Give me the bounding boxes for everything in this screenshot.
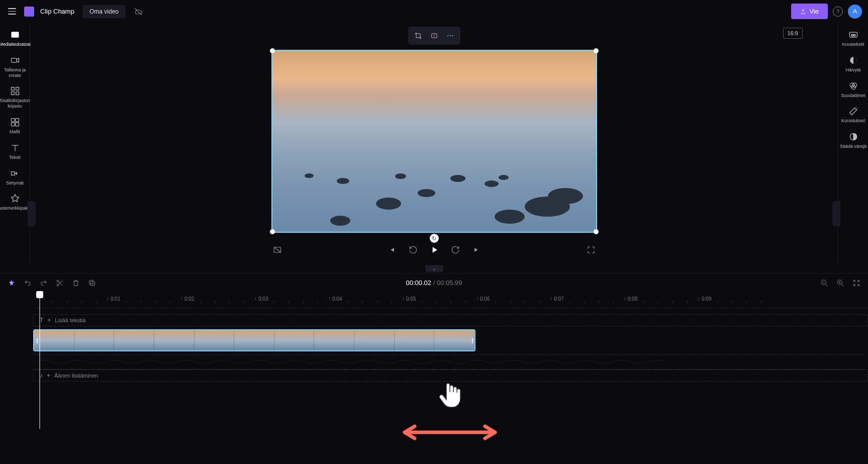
svg-rect-4 <box>16 87 19 90</box>
svg-rect-12 <box>431 34 437 38</box>
brand-icon <box>10 194 20 204</box>
preview-frame[interactable]: ↻ <box>271 50 597 233</box>
fit-timeline-button[interactable] <box>852 279 861 288</box>
camera-icon <box>10 55 20 65</box>
picture-in-picture-button[interactable] <box>271 244 283 256</box>
play-button[interactable] <box>428 244 440 256</box>
help-button[interactable]: ? <box>833 7 843 17</box>
playhead[interactable] <box>36 291 43 298</box>
text-track-label: Lisää tekstiä <box>55 317 85 323</box>
svg-rect-10 <box>15 123 19 126</box>
aspect-ratio-button[interactable]: 16:9 <box>783 28 803 39</box>
plus-icon: + <box>47 372 50 379</box>
sidebar-item-record[interactable]: Tallenna ja create <box>1 51 30 82</box>
zoom-out-button[interactable] <box>820 279 829 288</box>
skip-forward-button[interactable] <box>470 244 483 256</box>
resize-handle-tr[interactable] <box>594 48 599 53</box>
split-button[interactable] <box>55 279 64 288</box>
sidebar-label: Korostukset <box>841 118 865 124</box>
preview-toolbar: ⋯ <box>408 27 460 45</box>
rotate-handle[interactable]: ↻ <box>430 234 439 243</box>
svg-text:CC: CC <box>851 34 855 37</box>
undo-button[interactable] <box>23 279 32 288</box>
timeline-collapse-button[interactable]: ⌄ <box>0 264 868 273</box>
auto-button[interactable] <box>7 279 16 288</box>
sidebar-label: Teksti <box>9 155 21 160</box>
resize-handle-tl[interactable] <box>270 48 275 53</box>
plus-icon: + <box>47 317 51 324</box>
fullscreen-button[interactable] <box>585 244 597 256</box>
delete-button[interactable] <box>71 279 80 288</box>
resize-handle-bl[interactable] <box>270 229 275 234</box>
sidebar-item-media[interactable]: Mediatiedostosi <box>1 26 30 51</box>
sync-off-icon[interactable] <box>134 7 143 16</box>
sidebar-item-colors[interactable]: Säädä värejä <box>839 128 868 153</box>
sidebar-label: Mallit <box>10 129 20 135</box>
templates-icon <box>10 117 20 127</box>
rewind-button[interactable] <box>407 244 419 256</box>
forward-button[interactable] <box>449 244 461 256</box>
svg-rect-11 <box>11 171 15 175</box>
sidebar-item-text[interactable]: Teksti <box>1 139 30 164</box>
svg-line-15 <box>274 247 281 253</box>
wand-icon <box>848 106 858 116</box>
sidebar-item-brand[interactable]: Tuotemerkkipaketti <box>1 190 30 215</box>
text-track[interactable]: T + Lisää tekstiä <box>33 314 868 326</box>
ruler-tick: 0:06 <box>480 296 490 302</box>
redo-button[interactable] <box>39 279 48 288</box>
app-logo-icon <box>24 7 34 17</box>
fit-button[interactable] <box>428 30 440 42</box>
sidebar-label: Säädä värejä <box>840 144 866 149</box>
crop-button[interactable] <box>412 30 424 42</box>
zoom-in-button[interactable] <box>836 279 845 288</box>
duplicate-button[interactable] <box>87 279 97 288</box>
export-label: Vie <box>809 8 819 15</box>
svg-rect-6 <box>16 92 19 95</box>
ruler-tick: 0:03 <box>258 296 268 302</box>
timeline-time: 00:00.02 / 00:05.99 <box>406 279 462 287</box>
sidebar-label: Suodattimet <box>841 93 865 99</box>
clip-trim-right[interactable]: || <box>469 330 474 350</box>
instructional-arrow-icon <box>400 422 500 442</box>
audio-track-label: Äänen lisääminen <box>54 373 98 379</box>
sidebar-item-captions[interactable]: CC Kuvatekstit <box>839 26 868 51</box>
svg-rect-3 <box>11 87 14 90</box>
sidebar-item-library[interactable]: Sisältökirjaston kirjasto <box>1 82 30 113</box>
sidebar-item-effects[interactable]: Korostukset <box>839 102 868 128</box>
timeline-ruler[interactable]: 0:010:020:030:040:050:060:070:080:09 <box>33 292 868 308</box>
right-panel-toggle[interactable] <box>832 201 840 226</box>
sidebar-item-fade[interactable]: Häivytä <box>839 51 868 77</box>
sidebar-label: Mediatiedostosi <box>0 42 31 47</box>
skip-back-button[interactable] <box>386 244 398 256</box>
export-button[interactable]: Vie <box>791 4 828 19</box>
total-time: 00:05.99 <box>437 279 462 287</box>
text-track-icon: T <box>40 317 43 324</box>
sidebar-label: Häivytä <box>845 67 860 73</box>
sidebar-item-templates[interactable]: Mallit <box>1 113 30 139</box>
sidebar-label: Kuvatekstit <box>842 42 864 47</box>
video-clip[interactable]: || || <box>33 329 475 351</box>
project-name-input[interactable]: Oma video <box>82 5 126 18</box>
filters-icon <box>848 81 858 91</box>
ruler-tick: 0:05 <box>406 296 416 302</box>
ruler-tick: 0:08 <box>628 296 637 302</box>
sidebar-item-filters[interactable]: Suodattimet <box>839 77 868 103</box>
user-avatar[interactable]: A <box>848 5 862 19</box>
ruler-tick: 0:02 <box>184 296 194 302</box>
preview-image <box>272 51 596 232</box>
svg-point-13 <box>434 35 434 36</box>
audio-track[interactable]: ♪ + Äänen lisääminen <box>33 369 868 382</box>
more-button[interactable]: ⋯ <box>444 30 456 42</box>
sidebar-label: Siirtymät <box>6 180 24 186</box>
svg-rect-9 <box>11 123 15 126</box>
svg-rect-5 <box>11 92 14 95</box>
resize-handle-br[interactable] <box>594 229 599 234</box>
menu-button[interactable] <box>6 6 18 18</box>
current-time: 00:00.02 <box>406 279 431 287</box>
media-icon <box>10 30 20 40</box>
contrast-icon <box>848 132 858 142</box>
ruler-tick: 0:09 <box>702 296 711 302</box>
sidebar-item-transitions[interactable]: Siirtymät <box>1 164 30 190</box>
library-icon <box>10 86 20 96</box>
clip-trim-left[interactable]: || <box>34 330 39 350</box>
